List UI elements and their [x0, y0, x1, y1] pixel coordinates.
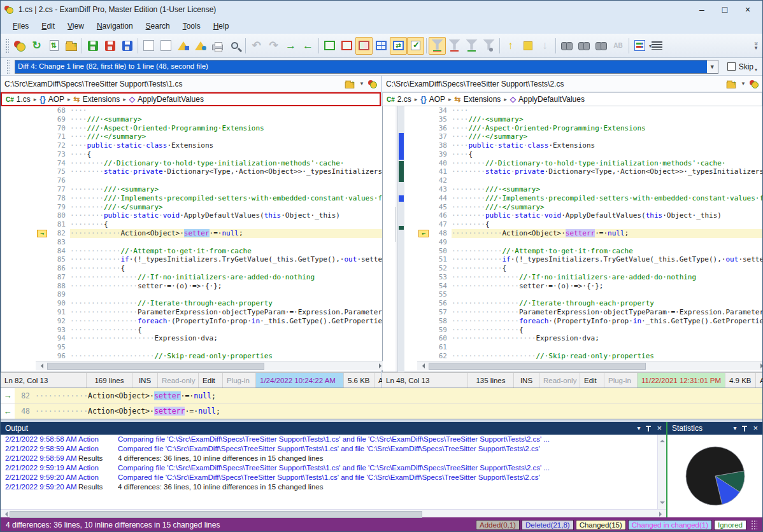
chevron-down-icon[interactable]: ▼	[741, 81, 746, 87]
output-log-row[interactable]: 2/21/2022 9:59:20 AMActionCompared file …	[1, 473, 666, 482]
diff-map-1[interactable]	[397, 106, 404, 372]
split-view-icon[interactable]	[355, 37, 373, 55]
previous-diff-icon[interactable]: ↑	[502, 37, 519, 55]
chevron-down-icon[interactable]: ▼	[359, 81, 364, 87]
legend-icon[interactable]: ▾	[631, 37, 648, 55]
menu-help[interactable]: Help	[208, 20, 235, 32]
show-first-pane-icon[interactable]	[321, 37, 338, 55]
undo-icon[interactable]: ↶	[248, 37, 265, 55]
output-pin-icon[interactable]	[646, 426, 651, 431]
output-log-row[interactable]: 2/21/2022 9:59:19 AMActionComparing file…	[1, 463, 666, 473]
output-vertical-scrollbar[interactable]	[657, 435, 666, 509]
output-horizontal-scrollbar[interactable]	[1, 509, 666, 517]
minimize-button[interactable]: –	[691, 3, 713, 17]
line-number: 59	[430, 326, 452, 335]
swap-files-icon[interactable]	[45, 37, 62, 55]
open-files-icon[interactable]	[62, 37, 80, 55]
breadcrumb-item-extensions[interactable]: ⇆Extensions	[74, 95, 120, 104]
open-file-icon[interactable]	[345, 82, 354, 88]
save-diff-report-icon[interactable]	[175, 37, 192, 55]
code-line: 46········public·static·void·ApplyDefaul…	[417, 211, 763, 220]
line-number: 34	[430, 106, 452, 115]
menu-edit[interactable]: Edit	[36, 20, 61, 32]
code-lines-1[interactable]: 68····69····///·<summary>70····///·Aspec…	[36, 106, 387, 361]
find-icon[interactable]	[558, 37, 575, 55]
horizontal-scrollbar[interactable]	[417, 361, 763, 370]
line-details-icon[interactable]	[648, 37, 666, 55]
code-lines-2[interactable]: 34····35····///·<summary>36····///·Aspec…	[417, 106, 763, 361]
breadcrumb-item-1.cs[interactable]: C#1.cs	[6, 95, 31, 104]
edit-first-file-icon[interactable]	[140, 37, 157, 55]
current-diff-icon[interactable]	[519, 37, 536, 55]
print-icon[interactable]	[209, 37, 226, 55]
compare-icon[interactable]	[750, 80, 759, 88]
output-log[interactable]: 2/21/2022 9:58:58 AMActionComparing file…	[1, 435, 666, 509]
edit-second-file-icon[interactable]	[157, 37, 175, 55]
copy-to-second-icon[interactable]: →	[282, 37, 299, 55]
output-log-row[interactable]: 2/21/2022 9:58:59 AMActionCompared file …	[1, 444, 666, 454]
output-menu-icon[interactable]: ▾	[637, 425, 640, 431]
menu-navigation[interactable]: Navigation	[91, 20, 139, 32]
skip-checkbox[interactable]: Skip	[727, 62, 753, 71]
code-line: 38····public·static·class·Extensions	[417, 141, 763, 150]
breadcrumb-item-applydefaultvalues[interactable]: ◇ApplyDefaultValues	[129, 95, 204, 104]
toolbar-overflow-chevron[interactable]: »▾	[754, 41, 760, 50]
code-line: 59················{	[417, 326, 763, 335]
menu-files[interactable]: Files	[7, 20, 34, 32]
show-second-pane-icon[interactable]	[338, 37, 355, 55]
breadcrumb-item-applydefaultvalues[interactable]: ◇ApplyDefaultValues	[510, 95, 585, 104]
breadcrumb-item-2.cs[interactable]: C#2.cs	[387, 95, 411, 104]
print-preview-icon[interactable]	[226, 37, 243, 55]
menu-tools[interactable]: Tools	[177, 20, 206, 32]
output-log-row[interactable]: 2/21/2022 9:58:59 AMResults4 differences…	[1, 454, 666, 463]
statistics-pin-icon[interactable]	[742, 426, 747, 431]
toolbar-grip[interactable]	[6, 59, 10, 74]
code-line: 71····///·</summary>	[36, 132, 387, 141]
code-line: 84············//·Attempt·to·get·it·from·…	[36, 247, 387, 256]
output-close-icon[interactable]: ×	[657, 425, 662, 431]
statistics-close-icon[interactable]: ×	[753, 425, 758, 431]
maximize-button[interactable]: □	[714, 3, 736, 17]
show-added-filter-icon[interactable]	[463, 37, 480, 55]
synchronize-panes-icon[interactable]	[390, 37, 407, 55]
find-next-icon[interactable]	[575, 37, 592, 55]
show-inline-diffs-icon[interactable]	[407, 37, 424, 55]
diff-selector-combo[interactable]: Diff 4: Change 1 line (82, first file) t…	[15, 60, 718, 74]
replace-icon[interactable]: AB	[610, 37, 627, 55]
grid-view-icon[interactable]	[373, 37, 390, 55]
skip-checkbox-box[interactable]	[727, 62, 736, 71]
menu-search[interactable]: Search	[140, 20, 176, 32]
redo-icon[interactable]: ↷	[265, 37, 282, 55]
filter-search-icon[interactable]	[480, 37, 497, 55]
find-prev-icon[interactable]	[592, 37, 610, 55]
show-deleted-filter-icon[interactable]	[446, 37, 463, 55]
code-line: 52············{	[417, 264, 763, 273]
horizontal-scrollbar[interactable]	[36, 361, 387, 370]
output-log-row[interactable]: 2/21/2022 9:59:20 AMResults4 differences…	[1, 482, 666, 492]
save-both-files-icon[interactable]	[118, 37, 136, 55]
chevron-down-icon[interactable]: ▼	[707, 60, 718, 73]
copy-to-first-icon[interactable]: ←	[299, 37, 317, 55]
resize-grip[interactable]	[751, 520, 757, 530]
save-first-file-icon[interactable]	[84, 37, 101, 55]
next-diff-icon[interactable]: ↓	[536, 37, 553, 55]
publish-diff-report-icon[interactable]	[192, 37, 209, 55]
status-segment: ANSI	[756, 373, 763, 388]
compare-files-icon[interactable]	[11, 37, 28, 55]
statistics-menu-icon[interactable]: ▾	[733, 425, 736, 431]
code-line: 43········///·<summary>	[417, 185, 763, 194]
save-second-file-icon[interactable]	[101, 37, 118, 55]
breadcrumb-item-extensions[interactable]: ⇆Extensions	[455, 95, 501, 104]
toolbar-separator	[499, 38, 500, 53]
close-button[interactable]: ×	[737, 3, 759, 17]
recompare-icon[interactable]: ↻	[28, 37, 45, 55]
open-file-icon[interactable]	[727, 82, 736, 88]
compare-icon[interactable]	[368, 80, 377, 88]
breadcrumb-item-aop[interactable]: {}AOP	[420, 95, 445, 104]
output-log-row[interactable]: 2/21/2022 9:58:58 AMActionComparing file…	[1, 435, 666, 444]
breadcrumb-item-aop[interactable]: {}AOP	[39, 95, 64, 104]
skip-options-arrow-icon[interactable]: ▾	[755, 67, 757, 73]
menu-view[interactable]: View	[62, 20, 90, 32]
show-all-diffs-filter-icon[interactable]	[429, 37, 446, 55]
toolbar-grip[interactable]	[5, 38, 9, 53]
